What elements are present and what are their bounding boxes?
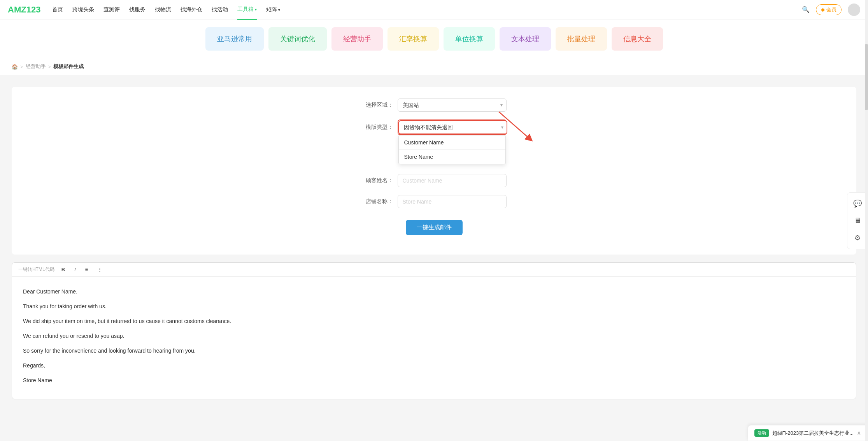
navbar: AMZ123 首页 跨境头条 查测评 找服务 找物流 找海外仓 找活动 工具箱▾… (0, 0, 868, 19)
category-exchange[interactable]: 汇率换算 (388, 27, 439, 51)
unordered-list-btn[interactable]: ≡ (83, 266, 91, 273)
template-row: 模版类型： 因货物不能清关退回 ▾ Customer Name Store Na… (35, 119, 833, 135)
template-highlight-box: 因货物不能清关退回 ▾ Customer Name Store Name (398, 119, 507, 135)
logo-black: AMZ (8, 5, 26, 14)
nav-warehouse[interactable]: 找海外仓 (181, 0, 202, 19)
region-row: 选择区域： 美国站 ▾ (35, 98, 833, 112)
region-select-wrapper: 美国站 ▾ (398, 98, 507, 112)
panel-chat-icon[interactable]: 💬 (850, 197, 864, 211)
customer-input[interactable] (398, 174, 507, 187)
nav-home[interactable]: 首页 (52, 0, 63, 19)
store-row: 店铺名称： (35, 195, 833, 208)
ordered-list-btn[interactable]: ⋮ (95, 266, 105, 273)
nav-items: 首页 跨境头条 查测评 找服务 找物流 找海外仓 找活动 工具箱▾ 矩阵▾ (52, 0, 802, 20)
category-info[interactable]: 信息大全 (612, 27, 663, 51)
nav-matrix[interactable]: 矩阵▾ (266, 0, 280, 19)
breadcrumb-sep2: > (48, 64, 51, 70)
generate-button[interactable]: 一键生成邮件 (406, 220, 463, 235)
editor-line-7: Store Name (23, 375, 845, 386)
generate-row: 一键生成邮件 (35, 216, 833, 235)
dropdown-item-customer[interactable]: Customer Name (399, 135, 505, 149)
scrollbar[interactable] (865, 0, 868, 411)
editor-line-4: We can refund you or resend to you asap. (23, 330, 845, 341)
panel-settings-icon[interactable]: ⚙ (850, 231, 864, 245)
customer-row: 顾客姓名： (35, 174, 833, 187)
category-unit[interactable]: 单位换算 (444, 27, 495, 51)
editor-toolbar: 一键转HTML代码 B I ≡ ⋮ (12, 263, 856, 277)
vip-button[interactable]: ◆ 会员 (816, 4, 842, 15)
editor-line-3: We did ship your item on time, but it re… (23, 316, 845, 327)
region-select[interactable]: 美国站 (398, 98, 507, 112)
user-avatar[interactable] (848, 4, 860, 16)
logo[interactable]: AMZ123 (8, 5, 40, 15)
template-label: 模版类型： (362, 124, 393, 131)
editor-line-2: Thank you for taking order with us. (23, 301, 845, 312)
nav-activity[interactable]: 找活动 (212, 0, 228, 19)
form-container: 选择区域： 美国站 ▾ 模版类型： 因货物不能清关退回 ▾ (12, 87, 856, 255)
store-input[interactable] (398, 195, 507, 208)
italic-btn[interactable]: I (72, 266, 78, 273)
editor-line-5: So sorry for the inconvenience and looki… (23, 345, 845, 356)
nav-review[interactable]: 查测评 (103, 0, 120, 19)
bold-btn[interactable]: B (59, 266, 67, 273)
template-dropdown-popup: Customer Name Store Name (398, 135, 506, 164)
nav-logistics[interactable]: 找物流 (155, 0, 171, 19)
category-text[interactable]: 文本处理 (500, 27, 551, 51)
nav-service[interactable]: 找服务 (129, 0, 146, 19)
category-batch[interactable]: 批量处理 (556, 27, 607, 51)
dropdown-item-store[interactable]: Store Name (399, 149, 505, 164)
toolbox-dropdown-arrow: ▾ (255, 7, 257, 12)
category-business[interactable]: 经营助手 (331, 27, 383, 51)
template-select-wrapper: 因货物不能清关退回 ▾ (398, 120, 507, 134)
editor-line-6: Regards, (23, 360, 845, 371)
editor-area: 一键转HTML代码 B I ≡ ⋮ Dear Customer Name, Th… (12, 262, 856, 399)
customer-label: 顾客姓名： (362, 177, 393, 184)
category-bar: 亚马逊常用 关键词优化 经营助手 汇率换算 单位换算 文本处理 批量处理 信息大… (0, 19, 868, 58)
scrollbar-thumb[interactable] (865, 44, 868, 110)
editor-line-1: Dear Customer Name, (23, 286, 845, 297)
editor-content: Dear Customer Name, Thank you for taking… (12, 277, 856, 399)
template-select[interactable]: 因货物不能清关退回 (398, 120, 507, 134)
nav-toolbox[interactable]: 工具箱▾ (237, 0, 257, 20)
category-keyword[interactable]: 关键词优化 (268, 27, 327, 51)
home-icon[interactable]: 🏠 (12, 64, 18, 70)
region-label: 选择区域： (362, 102, 393, 109)
logo-green: 123 (26, 5, 41, 14)
vip-diamond-icon: ◆ (821, 7, 825, 12)
nav-right: 🔍 ◆ 会员 (802, 4, 860, 16)
breadcrumb-sep1: > (20, 64, 23, 70)
category-amazon[interactable]: 亚马逊常用 (205, 27, 264, 51)
breadcrumb-current: 模板邮件生成 (53, 63, 84, 70)
nav-headlines[interactable]: 跨境头条 (72, 0, 94, 19)
matrix-dropdown-arrow: ▾ (278, 8, 280, 12)
html-convert-btn[interactable]: 一键转HTML代码 (18, 266, 54, 273)
breadcrumb-parent[interactable]: 经营助手 (26, 63, 46, 70)
search-icon[interactable]: 🔍 (802, 6, 810, 13)
breadcrumb: 🏠 > 经营助手 > 模板邮件生成 (0, 58, 868, 75)
store-label: 店铺名称： (362, 198, 393, 205)
panel-monitor-icon[interactable]: 🖥 (850, 214, 864, 228)
main-content: 选择区域： 美国站 ▾ 模版类型： 因货物不能清关退回 ▾ (0, 75, 868, 411)
